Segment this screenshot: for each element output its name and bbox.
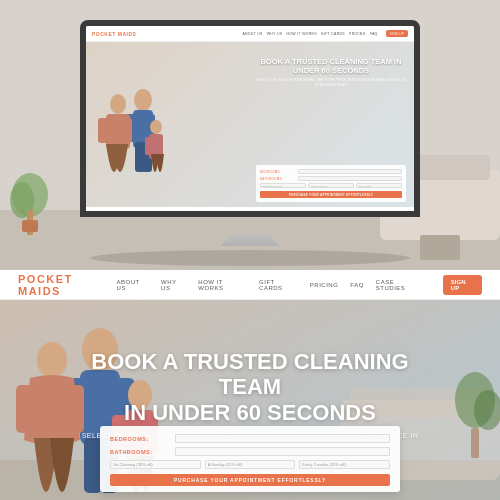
imac-bedrooms-input: [298, 169, 402, 174]
imac-form-bathrooms-row: BATHROOMS:: [260, 176, 402, 181]
imac-nav-why: WHY US: [267, 32, 283, 36]
imac-nav-faq: FAQ: [370, 32, 378, 36]
imac-screen: POCKET MAIDS ABOUT US WHY US HOW IT WORK…: [80, 20, 420, 217]
nav-gifts[interactable]: GIFT CARDS: [259, 279, 298, 291]
nav-pricing[interactable]: PRICING: [310, 282, 339, 288]
main-form-selects: 1st Cleaning (30% off) A Sunday (25% off…: [110, 460, 390, 469]
main-nav-links: ABOUT US WHY US HOW IT WORKS GIFT CARDS …: [117, 275, 482, 295]
imac-bathrooms-label: BATHROOMS:: [260, 177, 298, 181]
nav-case[interactable]: CASE STUDIES: [376, 279, 423, 291]
imac-select-2: A Sunday (25% off): [308, 183, 354, 188]
imac-select-1: 1st Cleaning (30% off): [260, 183, 306, 188]
imac-cta-button[interactable]: PURCHASE YOUR APPOINTMENT EFFORTLESSLY: [260, 191, 402, 198]
main-select-frequency[interactable]: Every 2 weeks (25% off): [299, 460, 390, 469]
svg-point-3: [12, 173, 48, 217]
imac-nav-links: ABOUT US WHY US HOW IT WORKS GIFT CARDS …: [243, 30, 409, 37]
imac-bedrooms-label: BEDROOMS:: [260, 170, 298, 174]
imac-form-selects: 1st Cleaning (30% off) A Sunday (25% off…: [260, 183, 402, 188]
imac-logo: POCKET MAIDS: [92, 31, 136, 37]
svg-rect-23: [156, 137, 163, 155]
imac-base: [205, 246, 295, 250]
svg-rect-22: [145, 137, 152, 155]
imac-bathrooms-input: [298, 176, 402, 181]
svg-rect-6: [22, 220, 38, 232]
svg-rect-38: [16, 385, 34, 433]
svg-rect-30: [471, 428, 479, 458]
imac-nav-gifts: GIFT CARDS: [321, 32, 345, 36]
imac-stand: [220, 235, 280, 247]
main-bedrooms-input[interactable]: [175, 434, 390, 443]
imac-nav: POCKET MAIDS ABOUT US WHY US HOW IT WORK…: [86, 26, 414, 42]
nav-why[interactable]: WHY US: [161, 279, 186, 291]
svg-rect-18: [98, 118, 108, 143]
imac-form: BEDROOMS: BATHROOMS: 1st Cleaning (30% o…: [256, 165, 406, 202]
svg-point-2: [90, 250, 410, 266]
svg-rect-9: [420, 235, 460, 260]
svg-rect-19: [122, 118, 132, 143]
main-bathrooms-input[interactable]: [175, 447, 390, 456]
imac-family-silhouette: [88, 82, 178, 182]
main-select-service[interactable]: 1st Cleaning (30% off): [110, 460, 201, 469]
imac-chin: : [80, 217, 420, 234]
svg-point-10: [134, 89, 152, 111]
svg-point-37: [37, 342, 67, 378]
svg-point-16: [110, 94, 126, 114]
main-logo: POCKET MAIDS: [18, 273, 117, 297]
imac-hero-text: BOOK A TRUSTED CLEANING TEAM IN UNDER 60…: [256, 57, 406, 87]
imac-nav-about: ABOUT US: [243, 32, 263, 36]
nav-how[interactable]: HOW IT WORKS: [198, 279, 247, 291]
main-bedrooms-label: BEDROOMS:: [110, 436, 175, 442]
imac-hero-subtitle: SELECT THE SIZE OF YOUR HOME, SEE YOUR P…: [256, 78, 406, 87]
svg-rect-5: [27, 210, 33, 235]
main-booking-form: BEDROOMS: BATHROOMS: 1st Cleaning (30% o…: [100, 426, 400, 492]
main-bathrooms-label: BATHROOMS:: [110, 449, 175, 455]
nav-faq[interactable]: FAQ: [350, 282, 364, 288]
main-bedrooms-row: BEDROOMS:: [110, 434, 390, 443]
imac-hero-title: BOOK A TRUSTED CLEANING TEAM IN UNDER 60…: [256, 57, 406, 75]
imac-nav-pricing: PRICING: [349, 32, 366, 36]
imac-signup[interactable]: SIGN UP: [386, 30, 408, 37]
main-select-day[interactable]: A Sunday (25% off): [205, 460, 296, 469]
imac-nav-how: HOW IT WORKS: [286, 32, 316, 36]
imac-select-3: Every 2 weeks: [356, 183, 402, 188]
nav-about[interactable]: ABOUT US: [117, 279, 149, 291]
imac-website: POCKET MAIDS ABOUT US WHY US HOW IT WORK…: [86, 26, 414, 211]
main-bathrooms-row: BATHROOMS:: [110, 447, 390, 456]
imac-form-bedrooms-row: BEDROOMS:: [260, 169, 402, 174]
imac-section: POCKET MAIDS ABOUT US WHY US HOW IT WORK…: [0, 0, 500, 270]
main-nav: POCKET MAIDS ABOUT US WHY US HOW IT WORK…: [0, 270, 500, 300]
main-cta-button[interactable]: PURCHASE YOUR APPOINTMENT EFFORTLESSLY: [110, 474, 390, 486]
imac-hero: BOOK A TRUSTED CLEANING TEAM IN UNDER 60…: [86, 42, 414, 207]
website-section: POCKET MAIDS ABOUT US WHY US HOW IT WORK…: [0, 270, 500, 500]
main-signup-button[interactable]: SIGN UP: [443, 275, 482, 295]
svg-point-20: [150, 120, 162, 134]
main-hero: BOOK A TRUSTED CLEANING TEAMIN UNDER 60 …: [0, 300, 500, 500]
main-hero-title: BOOK A TRUSTED CLEANING TEAMIN UNDER 60 …: [80, 349, 420, 425]
svg-point-4: [10, 182, 34, 218]
apple-logo-icon: : [248, 220, 252, 231]
imac-frame: POCKET MAIDS ABOUT US WHY US HOW IT WORK…: [80, 20, 420, 250]
